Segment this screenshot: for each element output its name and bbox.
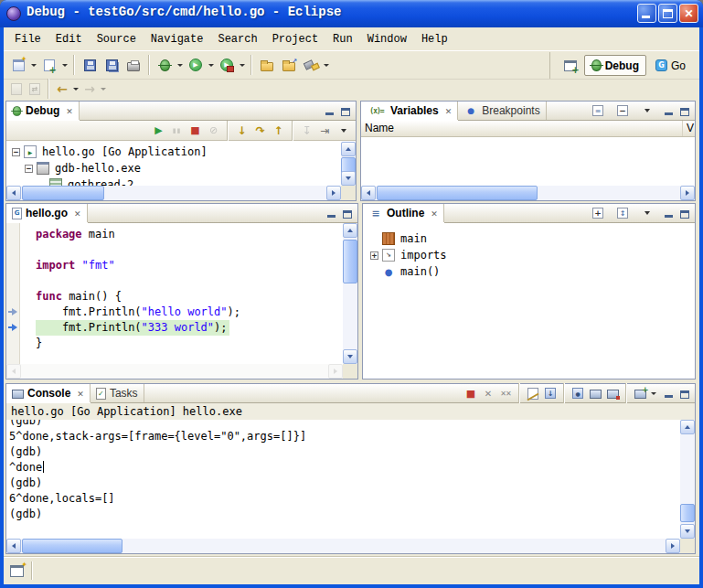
scroll-left-button[interactable] xyxy=(6,539,21,553)
collapse-expander-icon[interactable]: − xyxy=(12,148,20,156)
step-into-button[interactable] xyxy=(233,122,250,139)
menu-window[interactable]: Window xyxy=(360,30,414,48)
close-tab-icon[interactable] xyxy=(431,207,438,219)
scrollbar-thumb[interactable] xyxy=(343,240,357,283)
perspective-debug-button[interactable]: Debug xyxy=(584,55,646,76)
scroll-up-button[interactable] xyxy=(343,223,357,238)
minimize-window-button[interactable] xyxy=(637,4,656,23)
remove-all-launches-button[interactable] xyxy=(497,385,514,401)
editor-ruler[interactable] xyxy=(6,223,20,364)
tree-row[interactable]: main xyxy=(365,230,695,247)
tab-variables[interactable]: Variables xyxy=(361,102,458,120)
run-dropdown[interactable] xyxy=(207,54,216,76)
code-line[interactable]: func main() { xyxy=(36,289,343,305)
tab-tasks[interactable]: Tasks xyxy=(91,384,144,402)
drop-to-frame-button[interactable] xyxy=(298,122,315,139)
minimize-view-icon[interactable] xyxy=(323,104,336,117)
console-output[interactable]: (gdb)5^done,stack-args=[frame={level="0"… xyxy=(6,420,680,539)
close-window-button[interactable] xyxy=(679,4,698,23)
scroll-right-button[interactable] xyxy=(666,539,680,553)
search-button[interactable] xyxy=(300,54,322,76)
scroll-down-button[interactable] xyxy=(341,171,356,186)
scrollbar-thumb[interactable] xyxy=(22,186,104,200)
scroll-up-button[interactable] xyxy=(341,142,356,156)
tree-row[interactable]: −hello.go [Go Application] xyxy=(6,144,341,160)
tree-row[interactable]: gothread-2 xyxy=(6,176,341,186)
maximize-view-icon[interactable] xyxy=(339,104,352,117)
scroll-down-button[interactable] xyxy=(343,349,357,364)
scroll-lock-button[interactable] xyxy=(542,385,559,401)
show-stdout-button[interactable] xyxy=(587,385,603,401)
close-tab-icon[interactable] xyxy=(74,207,81,219)
menu-source[interactable]: Source xyxy=(90,30,144,48)
menu-file[interactable]: File xyxy=(7,30,48,48)
run-button[interactable] xyxy=(185,54,207,76)
minimize-view-icon[interactable] xyxy=(325,207,337,219)
column-value[interactable]: V xyxy=(683,121,695,136)
variables-horizontal-scrollbar[interactable] xyxy=(361,186,695,200)
open-folder-button[interactable] xyxy=(256,54,278,76)
forward-dropdown[interactable] xyxy=(99,78,108,100)
scroll-right-button[interactable] xyxy=(326,186,341,200)
variables-table-body[interactable] xyxy=(361,137,695,186)
debug-dropdown[interactable] xyxy=(176,54,185,76)
run-external-button[interactable] xyxy=(216,54,238,76)
maximize-window-button[interactable] xyxy=(658,4,677,23)
close-tab-icon[interactable] xyxy=(77,387,84,400)
menu-help[interactable]: Help xyxy=(414,30,455,48)
editor-vertical-scrollbar[interactable] xyxy=(343,223,357,364)
open-perspective-button[interactable] xyxy=(559,55,581,77)
console-horizontal-scrollbar[interactable] xyxy=(6,539,680,553)
code-line[interactable] xyxy=(36,273,343,289)
maximize-view-icon[interactable] xyxy=(678,104,691,117)
new-wizard-dropdown[interactable] xyxy=(29,54,38,76)
code-line[interactable]: import "fmt" xyxy=(36,258,343,273)
tab-breakpoints[interactable]: Breakpoints xyxy=(458,102,546,120)
maximize-view-icon[interactable] xyxy=(678,387,691,400)
terminate-button[interactable] xyxy=(463,385,479,401)
code-line[interactable]: package main xyxy=(36,227,343,242)
pin-console-button[interactable] xyxy=(570,385,586,401)
code-line[interactable] xyxy=(36,242,343,258)
open-console-button[interactable] xyxy=(632,385,648,401)
step-filters-button[interactable] xyxy=(316,122,334,139)
expand-expander-icon[interactable]: + xyxy=(370,251,378,260)
collapse-all-button[interactable] xyxy=(612,100,634,122)
debug-horizontal-scrollbar[interactable] xyxy=(6,186,341,200)
open-resource-button[interactable] xyxy=(278,54,300,76)
code-editor[interactable]: package mainimport "fmt"func main() { fm… xyxy=(21,223,343,364)
clear-console-button[interactable] xyxy=(525,385,541,401)
suspend-button[interactable] xyxy=(168,122,186,139)
tab-console[interactable]: Console xyxy=(6,384,91,402)
search-dropdown[interactable] xyxy=(322,54,331,76)
disconnect-button[interactable] xyxy=(205,122,222,139)
view-menu-button[interactable] xyxy=(636,100,658,122)
maximize-view-icon[interactable] xyxy=(678,207,691,219)
expand-all-button[interactable] xyxy=(587,202,609,224)
tree-row[interactable]: +imports xyxy=(365,247,695,263)
scroll-left-button[interactable] xyxy=(6,364,21,379)
new-go-element-dropdown[interactable] xyxy=(60,54,69,76)
scrollbar-thumb[interactable] xyxy=(22,539,122,553)
debug-vertical-scrollbar[interactable] xyxy=(341,142,356,186)
tab-debug[interactable]: Debug xyxy=(6,102,80,120)
code-line[interactable]: fmt.Println("hello world"); xyxy=(36,305,343,320)
collapse-expander-icon[interactable]: − xyxy=(25,165,33,173)
fast-view-icon[interactable] xyxy=(10,565,24,577)
perspective-go-button[interactable]: Go xyxy=(649,55,692,76)
link-editor-button[interactable] xyxy=(26,80,44,97)
step-over-button[interactable] xyxy=(251,122,269,139)
maximize-view-icon[interactable] xyxy=(341,207,354,219)
minimize-view-icon[interactable] xyxy=(662,387,675,400)
step-return-button[interactable] xyxy=(270,122,287,139)
view-menu-button[interactable] xyxy=(335,122,352,139)
terminate-button[interactable] xyxy=(186,122,204,139)
scrollbar-thumb[interactable] xyxy=(680,504,695,522)
menu-navigate[interactable]: Navigate xyxy=(144,30,211,48)
scroll-left-button[interactable] xyxy=(6,186,21,200)
column-name[interactable]: Name xyxy=(361,121,683,136)
close-tab-icon[interactable] xyxy=(445,104,453,117)
forward-button[interactable] xyxy=(80,80,99,97)
remove-launch-button[interactable] xyxy=(480,385,496,401)
last-edit-location-button[interactable] xyxy=(7,80,26,97)
